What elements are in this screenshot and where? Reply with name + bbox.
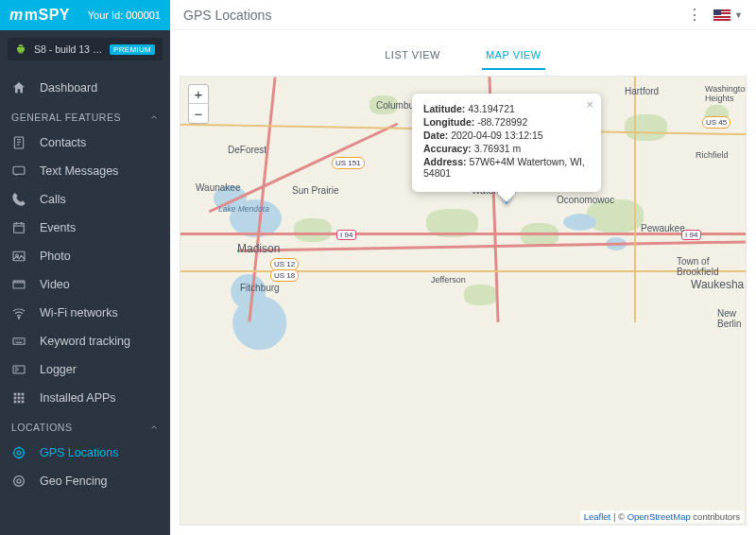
city-label: Waukesha — [691, 278, 744, 291]
svg-rect-14 — [22, 397, 25, 400]
svg-point-6 — [18, 318, 19, 319]
photo-icon — [11, 249, 28, 264]
location-popup: × Latitude: 43.194721 Longitude: -88.728… — [412, 94, 601, 192]
sidebar-item-logger[interactable]: Logger — [0, 355, 170, 384]
popup-label: Accuracy: — [423, 143, 472, 154]
nav: Dashboard GENERAL FEATURES Contacts Text… — [0, 68, 170, 535]
sidebar-item-label: Text Messages — [40, 164, 118, 178]
brand-logo: mmSPY — [9, 7, 70, 24]
svg-rect-7 — [13, 338, 25, 345]
osm-link[interactable]: OpenStreetMap — [627, 511, 691, 522]
home-icon — [11, 80, 28, 95]
sidebar-item-label: Geo Fencing — [40, 475, 108, 488]
svg-rect-15 — [14, 401, 17, 404]
sidebar-item-keyword[interactable]: Keyword tracking — [0, 327, 170, 355]
chevron-up-icon — [149, 423, 159, 432]
road-shield: US 151 — [332, 157, 365, 169]
sidebar-item-contacts[interactable]: Contacts — [0, 129, 170, 157]
city-label: Hartford — [625, 86, 659, 96]
your-id: Your Id: 000001 — [88, 9, 161, 21]
road-shield: US 18 — [270, 269, 299, 282]
sidebar-item-video[interactable]: Video — [0, 270, 170, 299]
keyboard-icon — [11, 334, 28, 349]
sidebar-item-label: Video — [40, 278, 70, 291]
popup-label: Date: — [423, 129, 448, 141]
sidebar-item-label: Dashboard — [40, 81, 97, 95]
svg-point-20 — [14, 476, 25, 487]
main: GPS Locations ⋮ ▼ LIST VIEW MAP VIEW — [170, 0, 756, 535]
sidebar-item-dashboard[interactable]: Dashboard — [0, 74, 170, 102]
map-feature — [625, 114, 667, 141]
svg-point-18 — [17, 451, 21, 455]
page-title: GPS Locations — [183, 8, 271, 23]
sidebar-item-wifi[interactable]: Wi-Fi networks — [0, 299, 170, 327]
logger-icon — [11, 362, 28, 377]
sidebar-item-label: Calls — [40, 193, 66, 206]
message-icon — [11, 164, 28, 179]
sidebar-item-events[interactable]: Events — [0, 214, 170, 242]
popup-value: 43.194721 — [468, 103, 515, 114]
map-feature — [294, 218, 332, 242]
caret-down-icon: ▼ — [734, 10, 743, 20]
sidebar-item-label: Installed APPs — [40, 391, 116, 405]
calendar-icon — [11, 220, 28, 235]
device-label: S8 - build 13 - 5... — [34, 43, 104, 55]
sidebar-item-apps[interactable]: Installed APPs — [0, 384, 170, 412]
sidebar-item-label: Photo — [40, 250, 71, 263]
tab-list-view[interactable]: LIST VIEW — [381, 43, 444, 70]
city-label: Jefferson — [431, 275, 466, 285]
sidebar-item-label: Logger — [40, 363, 77, 376]
svg-rect-17 — [22, 401, 25, 404]
city-label: Richfield — [696, 150, 729, 160]
city-label: Waunakee — [196, 182, 240, 193]
sidebar-item-text-messages[interactable]: Text Messages — [0, 157, 170, 185]
zoom-control: + − — [188, 84, 209, 124]
map[interactable]: I 94 I 94 US 151 US 12 US 18 US 45 Madis… — [180, 76, 747, 526]
sidebar-item-label: Keyword tracking — [40, 335, 130, 348]
device-selector[interactable]: S8 - build 13 - 5... PREMIUM — [8, 38, 163, 60]
city-label: Town of Brookfield — [677, 256, 746, 277]
map-lake — [563, 214, 596, 231]
map-road — [180, 270, 747, 272]
svg-point-21 — [17, 479, 21, 483]
city-label: DeForest — [228, 145, 266, 155]
view-tabs: LIST VIEW MAP VIEW — [170, 43, 756, 70]
sidebar-item-gps-locations[interactable]: GPS Locations — [0, 439, 170, 467]
svg-rect-12 — [14, 397, 17, 400]
city-label: Sun Prairie — [292, 185, 338, 196]
svg-rect-0 — [14, 137, 23, 148]
geofence-icon — [11, 474, 28, 489]
leaflet-link[interactable]: Leaflet — [584, 511, 611, 522]
sidebar-item-label: Contacts — [40, 136, 86, 149]
popup-label: Longitude: — [423, 116, 474, 128]
sidebar-item-photo[interactable]: Photo — [0, 242, 170, 270]
video-icon — [11, 277, 28, 292]
svg-rect-9 — [14, 393, 17, 396]
zoom-in-button[interactable]: + — [189, 85, 208, 104]
section-locations[interactable]: LOCATIONS — [0, 412, 170, 439]
tab-map-view[interactable]: MAP VIEW — [482, 43, 545, 70]
section-general[interactable]: GENERAL FEATURES — [0, 102, 170, 129]
road-shield: I 94 — [336, 230, 356, 240]
sidebar-item-geo-fencing[interactable]: Geo Fencing — [0, 467, 170, 495]
svg-point-19 — [14, 448, 25, 458]
popup-close-button[interactable]: × — [586, 97, 593, 112]
city-label: Pewaukee — [641, 223, 685, 233]
lake-label: Lake Mendota — [218, 204, 269, 214]
flag-us-icon — [713, 9, 730, 21]
popup-value: 2020-04-09 13:12:15 — [451, 129, 543, 141]
popup-label: Latitude: — [423, 103, 465, 114]
brand-name: mSPY — [25, 7, 70, 24]
language-selector[interactable]: ▼ — [713, 9, 743, 21]
sidebar-item-label: Events — [40, 221, 76, 234]
location-icon — [11, 445, 28, 460]
zoom-out-button[interactable]: − — [189, 104, 208, 123]
phone-icon — [11, 192, 28, 207]
more-menu-button[interactable]: ⋮ — [687, 8, 702, 23]
sidebar-item-label: GPS Locations — [40, 446, 118, 459]
svg-rect-11 — [22, 393, 25, 396]
brand-bar: mmSPY Your Id: 000001 — [0, 0, 170, 30]
wifi-icon — [11, 305, 28, 320]
city-label: Fitchburg — [240, 283, 280, 293]
sidebar-item-calls[interactable]: Calls — [0, 185, 170, 214]
